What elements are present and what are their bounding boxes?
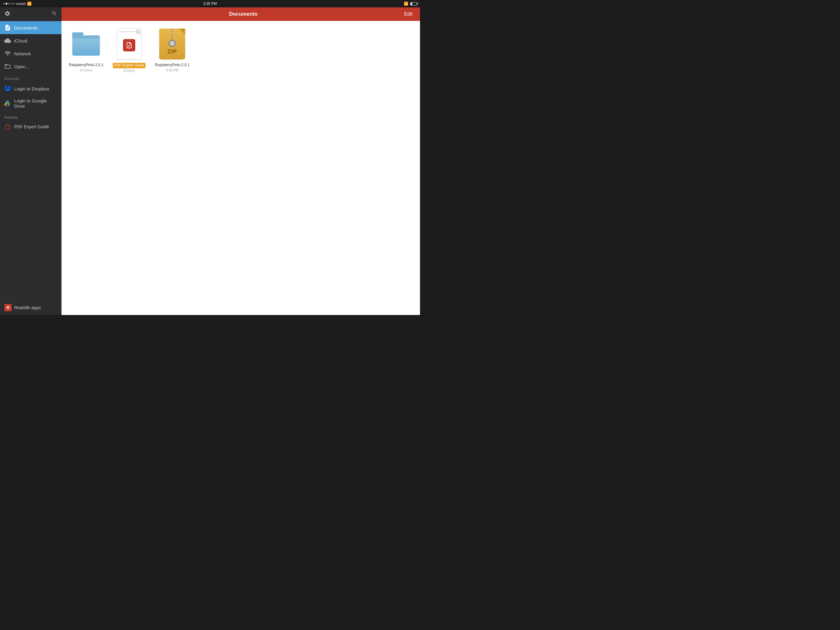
pdf-page: [117, 28, 141, 59]
sidebar-item-gdrive[interactable]: Login to Google Drive: [0, 95, 62, 112]
sidebar-icloud-label: iCloud: [14, 38, 27, 43]
sidebar-item-icloud[interactable]: iCloud: [0, 34, 62, 47]
documents-icon: [4, 24, 11, 31]
sidebar-item-network[interactable]: Network: [0, 47, 62, 60]
recents-section-label: Recents: [0, 112, 62, 121]
carrier-label: cricket: [16, 2, 26, 6]
folder-icon: [72, 32, 100, 56]
folder-front: [72, 38, 100, 56]
file-grid: RaspberryPints-2.0.1 14 items: [62, 21, 420, 315]
dropbox-icon: [4, 85, 11, 92]
file-item-pdf[interactable]: PDF Expert Guide 6/28/16: [111, 27, 148, 73]
status-bar-time: 3:35 PM: [203, 2, 217, 6]
signal-dot-4: [11, 3, 12, 5]
bluetooth-icon: 📶: [404, 2, 408, 6]
zip-page: ZIP: [159, 28, 185, 59]
readdle-logo: R: [4, 304, 12, 311]
sidebar: Documents iCloud Network: [0, 7, 62, 315]
file-name-pdf: PDF Expert Guide: [113, 63, 145, 68]
sidebar-recent-pdf-label: PDF Expert Guide: [14, 124, 49, 129]
network-icon: [4, 50, 11, 57]
sidebar-gdrive-label: Login to Google Drive: [14, 98, 57, 109]
recent-pdf-icon: [4, 123, 11, 130]
toolbar: Documents Edit: [62, 7, 420, 21]
sidebar-item-documents[interactable]: Documents: [0, 21, 62, 34]
status-bar-left: cricket 📶: [3, 2, 32, 6]
gdrive-icon: [4, 100, 11, 107]
sidebar-open-label: Open...: [14, 64, 29, 69]
icloud-icon: [4, 37, 11, 44]
file-meta-folder: 14 items: [80, 68, 93, 72]
sidebar-network-label: Network: [14, 51, 31, 56]
search-button[interactable]: [52, 11, 57, 17]
sidebar-item-dropbox[interactable]: Login to Dropbox: [0, 82, 62, 95]
signal-dot-2: [6, 3, 7, 5]
sidebar-item-open[interactable]: Open...: [0, 60, 62, 73]
zip-icon: ZIP: [159, 28, 185, 59]
sidebar-recent-pdf[interactable]: PDF Expert Guide: [0, 121, 62, 133]
file-name-folder: RaspberryPints-2.0.1: [69, 63, 104, 68]
zip-label-text: ZIP: [159, 49, 185, 55]
sidebar-documents-label: Documents: [14, 25, 38, 30]
pdf-thumbnail: [114, 27, 145, 61]
file-item-folder[interactable]: RaspberryPints-2.0.1 14 items: [68, 27, 104, 73]
main-content: Documents Edit RaspberryPints-2.0.1 14 i…: [62, 7, 420, 315]
wifi-icon: 📶: [27, 2, 32, 6]
file-meta-zip: 3:33 PM: [166, 68, 178, 72]
zip-ring: [169, 40, 176, 47]
signal-dot-3: [8, 3, 10, 5]
file-item-zip[interactable]: ZIP RaspberryPints-2.0.1 3:33 PM: [154, 27, 191, 73]
folder-thumbnail: [71, 27, 101, 61]
open-icon: [4, 63, 11, 70]
pdf-page-header: [119, 32, 139, 32]
signal-dot-5: [13, 3, 15, 5]
edit-button[interactable]: Edit: [401, 10, 415, 18]
app-body: Documents iCloud Network: [0, 7, 420, 315]
file-name-zip: RaspberryPints-2.0.1: [155, 63, 190, 68]
pdf-inner-logo: [123, 39, 135, 51]
file-meta-pdf: 6/28/16: [123, 69, 135, 73]
zip-fold: [179, 28, 185, 35]
sidebar-nav: Documents iCloud Network: [0, 21, 62, 300]
battery-fill: [411, 3, 412, 5]
zip-thumbnail: ZIP: [157, 27, 188, 61]
pdf-file-icon: [117, 28, 141, 59]
sidebar-header: [0, 7, 62, 21]
status-bar-right: 📶: [404, 2, 417, 6]
status-bar: cricket 📶 3:35 PM 📶: [0, 0, 420, 7]
signal-dots: [3, 3, 15, 5]
accounts-section-label: Accounts: [0, 73, 62, 82]
toolbar-title: Documents: [85, 11, 401, 17]
signal-dot-1: [3, 3, 5, 5]
settings-button[interactable]: [4, 11, 11, 18]
battery-icon: [410, 2, 417, 6]
readdle-apps-label: Readdle apps: [14, 305, 41, 310]
sidebar-footer[interactable]: R Readdle apps: [0, 300, 62, 315]
sidebar-dropbox-label: Login to Dropbox: [14, 86, 49, 91]
